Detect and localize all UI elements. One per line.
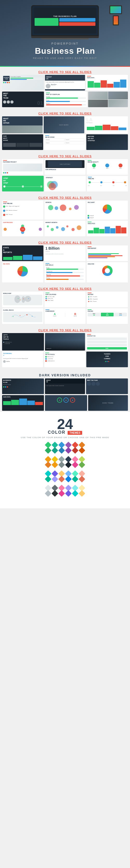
hero-tagline: READY TO USE AND VERY EASY TO EDIT xyxy=(3,57,127,59)
click-link-3[interactable]: CLICK HERE TO SEE ALL SLIDES xyxy=(2,153,128,159)
slide-thanks: THANKSFORCOMING xyxy=(86,351,128,367)
slide-timeline-h: OUR TIMELINE 2014 - Major event happened… xyxy=(2,200,43,220)
laptop-title: THE BUSINESS PLAN xyxy=(53,16,77,17)
section-7: CLICK HERE TO SEE ALL SLIDES LET'SGET IN… xyxy=(0,325,130,367)
slide-cover: BUSINESSPLAN Presentation Template xyxy=(2,75,44,91)
section-3: CLICK HERE TO SEE ALL SLIDES FEATURED PR… xyxy=(0,151,130,191)
slide-donut: ANALYSIS xyxy=(87,262,128,282)
color-sublabel: THEMES xyxy=(68,431,82,435)
color-number: 24 xyxy=(57,416,73,432)
slide-bubble: GROWTH xyxy=(44,200,86,220)
click-link-1[interactable]: CLICK HERE TO SEE ALL SLIDES xyxy=(2,68,128,75)
slide-analytics: ANALYTICS xyxy=(87,221,128,236)
slide-team-photos xyxy=(88,92,128,107)
dark-version-section: DARK VERSION INCLUDED BUSINESSPLAN Prese… xyxy=(0,368,130,411)
dark-version-label: DARK VERSION INCLUDED xyxy=(2,371,128,378)
dark-slide-photo: DARK THEME xyxy=(88,395,128,411)
section-6: CLICK HERE TO SEE ALL SLIDES WORLD MAP xyxy=(0,283,130,324)
laptop-mockup: THE BUSINESS PLAN xyxy=(31,5,99,39)
click-link-7[interactable]: CLICK HERE TO SEE ALL SLIDES xyxy=(2,327,128,333)
dark-slide-stats: OUR STATS xyxy=(2,395,44,411)
section-4: CLICK HERE TO SEE ALL SLIDES OUR TIMELIN… xyxy=(0,192,130,236)
section-1: CLICK HERE TO SEE ALL SLIDES BUSINESSPLA… xyxy=(0,67,130,107)
dark-slide-cover: BUSINESSPLAN Presentation Template xyxy=(2,378,44,394)
svg-point-12 xyxy=(32,316,33,317)
hero-pre-title: POWERPOINT xyxy=(3,42,127,45)
slide-contact2: CONTACT US SEND xyxy=(86,333,128,350)
diamond-row-3 xyxy=(46,471,84,482)
slide-meet-team: MEETTHETEAM 01 xyxy=(2,92,44,107)
laptop-screen-inner: THE BUSINESS PLAN xyxy=(34,7,96,34)
svg-point-4 xyxy=(18,299,18,299)
slide-best-work: OURBESTWORK xyxy=(2,134,43,150)
slide-market: MARKET GROWTH xyxy=(44,221,86,236)
section-2: CLICK HERE TO SEE ALL SLIDES WHATWEOFFER… xyxy=(0,108,130,150)
color-themes-section: 24 COLOR THEMES USE THE COLOR OF YOUR BR… xyxy=(0,412,130,508)
slide-stats-reports: STATS&REPORTS xyxy=(2,245,43,261)
diamond-row-4 xyxy=(46,486,84,496)
slide-bar-report: BAR REPORT xyxy=(87,245,128,261)
svg-point-1 xyxy=(14,296,20,303)
svg-point-2 xyxy=(21,296,25,303)
slide-get-in-touch: LET'SGET INTOUCH 📧 email@example.com 📞 +… xyxy=(2,333,44,350)
svg-point-11 xyxy=(27,314,28,315)
slide-pie: PIE CHART Category A Category B xyxy=(87,200,128,220)
slide-timeline: TIMELINE 2010 2012 2014 2016 xyxy=(87,176,128,191)
slide-contact3: GET IN TOUCH Address line here +1 234 56… xyxy=(44,351,85,367)
slide-testimonial: TESTIMONIAL " Lorem ipsum dolor sit amet… xyxy=(2,351,43,367)
dark-slide-circles: 01 02 03 xyxy=(45,395,87,411)
slide-locations: OUR LOCATIONS New York, USA London, UK T… xyxy=(44,291,86,307)
slide-city: OUR CITY xyxy=(45,333,85,350)
section-5: CLICK HERE TO SEE ALL SLIDES STATS&REPOR… xyxy=(0,237,130,282)
slide-stats-numbers: OUR STATS xyxy=(86,75,128,91)
color-label: COLOR xyxy=(48,430,66,435)
diamond-row-2 xyxy=(46,457,84,467)
dark-slide-team: MEET THE TEAM xyxy=(86,378,128,394)
click-link-6[interactable]: CLICK HERE TO SEE ALL SLIDES xyxy=(2,285,128,291)
slide-history: HISTORY 2014 - Founded 2016 - Expanded 2… xyxy=(87,291,128,307)
slide-global: GLOBAL REACH xyxy=(2,308,43,324)
svg-point-3 xyxy=(25,296,31,302)
slide-world-map: WORLD MAP xyxy=(2,291,43,307)
diamond-row-1 xyxy=(46,443,84,453)
svg-point-10 xyxy=(20,315,20,316)
click-link-2[interactable]: CLICK HERE TO SEE ALL SLIDES xyxy=(2,110,128,116)
slide-skills: OUR SKILLS Design Development Marketing … xyxy=(44,262,86,282)
slide-approach: BRAND QUALITY Step 1 Step 2 Step 3 xyxy=(87,159,128,175)
hero-main-title: Business Plan xyxy=(3,46,127,56)
slide-about-us: ABOUTUS Lorem ipsum dolor sit amet conse… xyxy=(45,75,85,91)
slide-step-by-step: STEPBYSTEP xyxy=(2,176,44,191)
slide-la-stats: LA Our Statistics xyxy=(85,116,128,133)
svg-point-6 xyxy=(28,299,29,299)
click-link-4[interactable]: CLICK HERE TO SEE ALL SLIDES xyxy=(2,194,128,200)
slide-pricing: PRICING BASIC $9 PRO $29 PLUS $49 xyxy=(87,308,128,324)
slide-what-we-offer: WHATWEOFFER xyxy=(2,116,43,133)
dark-slide-about: ABOUTUS Lorem ipsum dolor sit amet conse… xyxy=(45,378,85,394)
slide-billion: 1 Billion Zero Lorem ipsum dolor sit ame… xyxy=(44,245,86,261)
slide-venn: STRATEGY xyxy=(45,176,86,191)
svg-point-7 xyxy=(20,300,21,300)
slide-quality: QUALITY APPROACH OUR APPROACH xyxy=(44,159,86,175)
slide-landscape: OUR WORK xyxy=(44,116,84,133)
click-link-5[interactable]: CLICK HERE TO SEE ALL SLIDES xyxy=(2,239,128,245)
color-description: USE THE COLOR OF YOUR BRAND OR CHOOSE ON… xyxy=(2,436,128,439)
hero-section: THE BUSINESS PLAN xyxy=(0,0,130,66)
slide-before-after: BEFOREWE GETSTARTED xyxy=(86,134,128,150)
slide-data-chart: PART OF YOUR PLAN Strategy Design Analyt… xyxy=(45,92,87,107)
slide-clients: WE DO OFFER Service A Service B Service … xyxy=(44,134,85,150)
svg-point-5 xyxy=(23,299,24,299)
slide-big-pie: PIE STATS xyxy=(2,262,43,282)
color-diamonds-container xyxy=(2,443,128,498)
slide-featured: FEATURED PROJECT xyxy=(2,159,43,175)
slide-process: OUR PROCESS PLAN xyxy=(2,221,43,236)
svg-point-9 xyxy=(13,316,13,317)
slide-comparison: COMPARISON A Option A B Option B xyxy=(44,308,86,324)
